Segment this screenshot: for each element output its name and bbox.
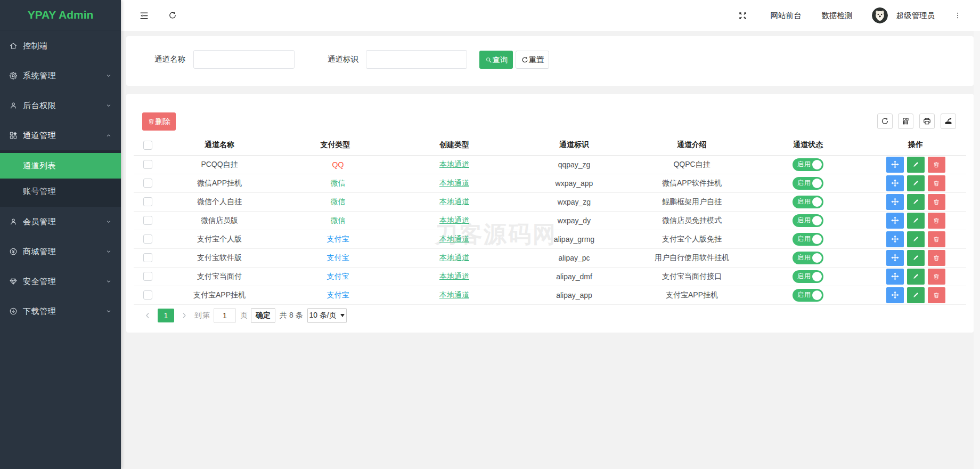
cell-channel-name: 支付宝软件版: [161, 248, 277, 267]
goto-confirm-button[interactable]: 确定: [251, 308, 275, 323]
row-delete-button[interactable]: [928, 213, 945, 229]
prev-page-icon[interactable]: [142, 311, 153, 320]
channel-name-input[interactable]: [193, 50, 295, 69]
row-delete-button[interactable]: [928, 194, 945, 210]
row-move-button[interactable]: [886, 231, 904, 247]
status-toggle[interactable]: 启用: [793, 214, 823, 227]
chevron-down-icon: [105, 72, 112, 79]
status-toggle[interactable]: 启用: [793, 270, 823, 283]
row-move-button[interactable]: [886, 157, 904, 173]
cell-channel-ident: alipay_pc: [516, 248, 633, 267]
cell-create-type-link[interactable]: 本地通道: [439, 272, 469, 280]
sidebar-item-7[interactable]: 下载管理: [0, 296, 121, 326]
app-logo: YPAY Admin: [0, 0, 121, 30]
row-edit-button[interactable]: [907, 157, 925, 173]
row-move-button[interactable]: [886, 194, 904, 210]
row-move-button[interactable]: [886, 269, 904, 285]
row-checkbox[interactable]: [143, 253, 152, 262]
refresh-page-button[interactable]: [162, 0, 183, 31]
table-row: 微信个人自挂 微信 本地通道 wxpay_zg 鲲鹏框架用户自挂 启用: [134, 192, 966, 211]
table-columns-button[interactable]: [898, 114, 913, 129]
sidebar-item-6[interactable]: 安全管理: [0, 266, 121, 296]
row-move-button[interactable]: [886, 250, 904, 266]
scrollbar-track[interactable]: [974, 31, 980, 469]
reset-button[interactable]: 重置: [516, 51, 549, 69]
row-edit-button[interactable]: [907, 213, 925, 229]
row-delete-button[interactable]: [928, 175, 945, 191]
goto-page-input[interactable]: [214, 308, 236, 323]
row-move-button[interactable]: [886, 175, 904, 191]
row-move-button[interactable]: [886, 287, 904, 303]
row-move-button[interactable]: [886, 213, 904, 229]
sidebar-item-5[interactable]: 商城管理: [0, 237, 121, 266]
row-checkbox[interactable]: [143, 160, 152, 169]
cell-create-type-link[interactable]: 本地通道: [439, 216, 469, 224]
cell-create-type-link[interactable]: 本地通道: [439, 179, 469, 187]
table-export-button[interactable]: [941, 114, 956, 129]
row-checkbox[interactable]: [143, 216, 152, 225]
status-toggle-label: 启用: [797, 234, 811, 244]
cell-create-type-link[interactable]: 本地通道: [439, 253, 469, 262]
cell-create-type-link[interactable]: 本地通道: [439, 197, 469, 206]
row-checkbox[interactable]: [143, 272, 152, 281]
row-edit-button[interactable]: [907, 250, 925, 266]
select-all-checkbox[interactable]: [143, 141, 152, 150]
query-button[interactable]: 查询: [479, 51, 513, 69]
row-edit-button[interactable]: [907, 287, 925, 303]
status-toggle-label: 启用: [797, 290, 811, 300]
row-delete-button[interactable]: [928, 250, 945, 266]
status-toggle[interactable]: 启用: [793, 233, 823, 246]
page-size-select[interactable]: 10 条/页: [307, 308, 347, 323]
row-delete-button[interactable]: [928, 269, 945, 285]
site-front-link[interactable]: 网站前台: [771, 11, 802, 21]
sidebar-subitem-1[interactable]: 账号管理: [0, 179, 121, 204]
fullscreen-button[interactable]: [732, 0, 754, 31]
cell-channel-name: 微信APP挂机: [161, 174, 277, 192]
current-page-button[interactable]: 1: [158, 309, 174, 322]
data-check-link[interactable]: 数据检测: [822, 11, 853, 21]
col-header: 支付类型: [277, 135, 393, 155]
row-checkbox[interactable]: [143, 234, 152, 244]
row-checkbox[interactable]: [143, 179, 152, 188]
row-delete-button[interactable]: [928, 287, 945, 303]
next-page-icon[interactable]: [178, 311, 190, 320]
row-delete-button[interactable]: [928, 231, 945, 247]
status-toggle[interactable]: 启用: [793, 252, 823, 264]
username-menu[interactable]: 超级管理员: [896, 11, 935, 21]
status-toggle[interactable]: 启用: [793, 196, 823, 208]
pencil-icon: [912, 272, 920, 280]
status-toggle[interactable]: 启用: [793, 289, 823, 302]
status-toggle-label: 启用: [797, 160, 811, 169]
status-toggle-label: 启用: [797, 197, 811, 206]
channel-ident-input[interactable]: [366, 50, 467, 69]
collapse-sidebar-button[interactable]: [133, 0, 154, 31]
delete-button[interactable]: 删除: [142, 112, 176, 131]
sidebar-item-2[interactable]: 后台权限: [0, 91, 121, 120]
status-toggle[interactable]: 启用: [793, 158, 823, 171]
sidebar-subitem-0[interactable]: 通道列表: [0, 153, 121, 179]
sidebar-item-1[interactable]: 系统管理: [0, 61, 121, 91]
cell-create-type-link[interactable]: 本地通道: [439, 234, 469, 243]
row-edit-button[interactable]: [907, 231, 925, 247]
status-toggle[interactable]: 启用: [793, 177, 823, 190]
table-row: PCQQ自挂 QQ 本地通道 qqpay_zg QQPC自挂 启用: [134, 155, 966, 174]
sidebar-item-3[interactable]: 通道管理: [0, 120, 121, 150]
row-checkbox[interactable]: [143, 197, 152, 206]
sidebar-item-label: 通道管理: [23, 131, 105, 141]
sidebar-item-0[interactable]: 控制端: [0, 31, 121, 61]
table-print-button[interactable]: [919, 114, 935, 129]
cell-channel-intro: 微信APP软件挂机: [633, 174, 751, 192]
table-refresh-button[interactable]: [877, 114, 893, 129]
row-checkbox[interactable]: [143, 290, 152, 300]
delete-button-label: 删除: [155, 117, 170, 127]
row-delete-button[interactable]: [928, 157, 945, 173]
row-edit-button[interactable]: [907, 194, 925, 210]
row-edit-button[interactable]: [907, 175, 925, 191]
avatar[interactable]: [872, 7, 888, 23]
cell-pay-type: 支付宝: [327, 272, 349, 280]
cell-create-type-link[interactable]: 本地通道: [439, 160, 469, 168]
row-edit-button[interactable]: [907, 269, 925, 285]
sidebar-item-4[interactable]: 会员管理: [0, 207, 121, 237]
kebab-menu-icon[interactable]: [947, 0, 968, 31]
cell-create-type-link[interactable]: 本地通道: [439, 290, 469, 299]
